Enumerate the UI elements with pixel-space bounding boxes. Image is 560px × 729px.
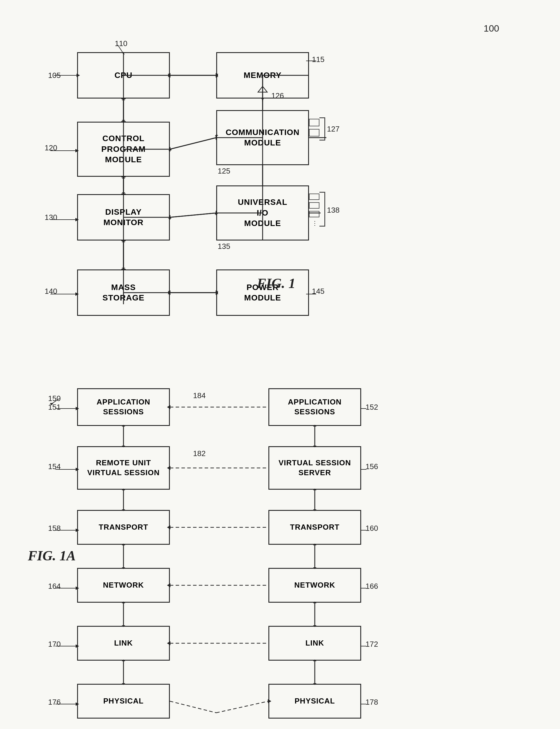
svg-line-55 [170,213,216,217]
svg-marker-60 [122,241,125,242]
remote-unit-virtual-session-box: REMOTE UNIT VIRTUAL SESSION [77,446,170,490]
univ-port-bracket [319,192,325,227]
app-sessions-right-box: APPLICATION SESSIONS [268,388,361,426]
virtual-session-server-box: VIRTUAL SESSION SERVER [268,446,361,490]
svg-marker-54 [122,177,125,179]
ref-158: 158 [48,524,61,533]
ref-125: 125 [218,167,230,176]
ref-140: 140 [45,287,57,296]
ref-164: 164 [48,582,61,591]
physical-left-box: PHYSICAL [77,684,170,719]
universal-io-module-box: UNIVERSAL I/O MODULE [216,186,309,241]
cpu-box: CPU [77,52,170,99]
fig1a-label: FIG. 1A [28,548,76,563]
ref-184: 184 [193,391,206,400]
fig1a-container: FIG. 1A APPLICATION SESSIONS REMOTE UNIT… [19,377,541,729]
comm-port-1 [309,119,319,126]
control-program-module-box: CONTROL PROGRAM MODULE [77,122,170,177]
ref-145: 145 [312,287,324,296]
ref-151: 151 [48,403,61,412]
network-right-box: NETWORK [268,568,361,603]
link-right-box: LINK [268,626,361,661]
univ-port-2 [309,202,319,209]
fig1-label: FIG. 1 [257,275,295,291]
comm-port-2 [309,129,319,137]
ref-156: 156 [366,462,378,471]
fig1a-arrows [19,377,541,729]
ref-130: 130 [45,213,57,222]
svg-line-136 [216,701,268,713]
ref-160: 160 [366,524,378,533]
univ-port-3 [309,211,319,217]
ref-154: 154 [48,462,61,471]
transport-right-box: TRANSPORT [268,510,361,545]
transport-left-box: TRANSPORT [77,510,170,545]
ref-170: 170 [48,640,61,649]
univ-port-dots: ⋮ [312,220,318,227]
ref-110: 110 [115,39,127,48]
svg-marker-48 [122,99,125,100]
svg-line-7 [170,138,216,149]
ref-115: 115 [312,55,324,64]
svg-line-13 [170,213,216,217]
svg-line-135 [170,701,216,713]
ref-182: 182 [193,449,206,458]
link-left-box: LINK [77,626,170,661]
univ-port-1 [309,194,319,200]
memory-box: MEMORY [216,52,309,99]
ref-152: 152 [366,403,378,412]
ref-178: 178 [366,698,378,707]
ref-126: 126 [271,91,284,100]
app-sessions-left-box: APPLICATION SESSIONS [77,388,170,426]
svg-line-49 [170,138,216,149]
ref-138: 138 [327,206,339,215]
ref-166: 166 [366,582,378,591]
ref-120: 120 [45,143,57,152]
ref-150: 150 [48,394,61,403]
ref-176: 176 [48,698,61,707]
ref-135: 135 [218,242,230,251]
network-left-box: NETWORK [77,568,170,603]
ref-172: 172 [366,640,378,649]
communication-module-box: COMMUNICATION MODULE [216,110,309,165]
page: 100 [0,0,560,729]
physical-right-box: PHYSICAL [268,684,361,719]
display-monitor-box: DISPLAY MONITOR [77,194,170,241]
fig1-container: CPU MEMORY CONTROL PROGRAM MODULE COMMUN… [19,23,541,342]
ref-127: 127 [327,125,339,134]
comm-port-bracket [319,117,325,141]
mass-storage-box: MASS STORAGE [77,270,170,316]
ref-105: 105 [48,71,61,80]
